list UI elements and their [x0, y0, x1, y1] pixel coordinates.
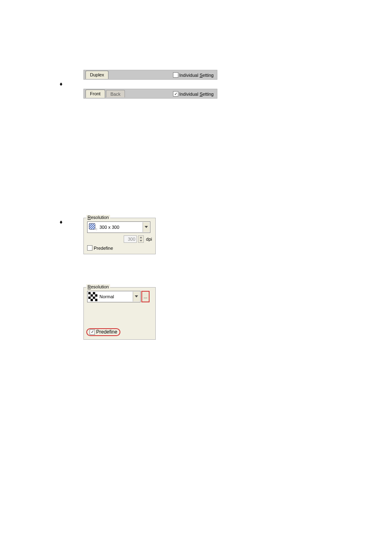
- svg-marker-4: [140, 237, 142, 238]
- tabstrip-duplex: Duplex ✓ Individual Setting: [83, 70, 217, 80]
- individual-setting-checkbox-1[interactable]: ✓ Individual Setting: [173, 72, 214, 78]
- predefine-checkbox-2[interactable]: ✓: [90, 329, 95, 335]
- resolution-select-2[interactable]: Normal: [87, 291, 141, 302]
- svg-rect-13: [91, 299, 93, 302]
- resolution-fieldset-1: Resolution: [83, 218, 156, 254]
- resolution-more-button[interactable]: ...: [141, 291, 150, 302]
- svg-rect-7: [88, 292, 91, 295]
- resolution-legend: Resolution: [86, 215, 110, 220]
- checkbox-checked-icon[interactable]: ✓: [173, 91, 178, 97]
- dpi-input: [124, 235, 137, 243]
- svg-rect-8: [93, 292, 95, 295]
- predefine-highlight-oval: ✓ Predefine: [86, 328, 120, 336]
- individual-setting-label: Individual Setting: [179, 92, 214, 97]
- svg-rect-9: [91, 295, 93, 297]
- svg-marker-5: [140, 240, 142, 242]
- predefine-label-1: Predefine: [94, 246, 113, 251]
- resolution-checker-icon: [88, 292, 98, 302]
- svg-rect-10: [95, 295, 98, 297]
- spinner-up-icon[interactable]: [138, 236, 143, 239]
- svg-rect-2: [89, 223, 95, 230]
- tab-duplex[interactable]: Duplex: [85, 71, 108, 79]
- svg-rect-14: [95, 299, 98, 302]
- resolution-value-1: 300 x 300: [98, 225, 143, 230]
- individual-setting-checkbox-2[interactable]: ✓ Individual Setting: [173, 91, 214, 97]
- tab-back[interactable]: Back: [106, 90, 125, 97]
- checkbox-unchecked-icon[interactable]: ✓: [173, 72, 178, 78]
- dpi-spinner[interactable]: [138, 235, 144, 243]
- resolution-legend: Resolution: [86, 284, 110, 289]
- predefine-label-2: Predefine: [96, 329, 117, 335]
- svg-rect-11: [88, 297, 91, 299]
- dpi-label: dpi: [146, 237, 152, 242]
- resolution-value-2: Normal: [98, 294, 133, 299]
- tab-front[interactable]: Front: [85, 90, 105, 98]
- individual-setting-label: Individual Setting: [179, 73, 214, 78]
- svg-marker-15: [135, 295, 138, 297]
- resolution-dropdown-button-1[interactable]: [143, 222, 150, 232]
- resolution-grid-icon: [88, 222, 98, 232]
- resolution-fieldset-2: Resolution: [83, 287, 156, 340]
- resolution-dropdown-button-2[interactable]: [133, 292, 140, 302]
- resolution-select-1[interactable]: 300 x 300: [87, 221, 150, 233]
- tabstrip-front-back: Front Back ✓ Individual Setting: [83, 89, 217, 99]
- spinner-down-icon[interactable]: [138, 239, 143, 242]
- predefine-checkbox-1[interactable]: ✓: [87, 245, 92, 251]
- svg-marker-3: [145, 226, 148, 228]
- svg-rect-12: [93, 297, 95, 299]
